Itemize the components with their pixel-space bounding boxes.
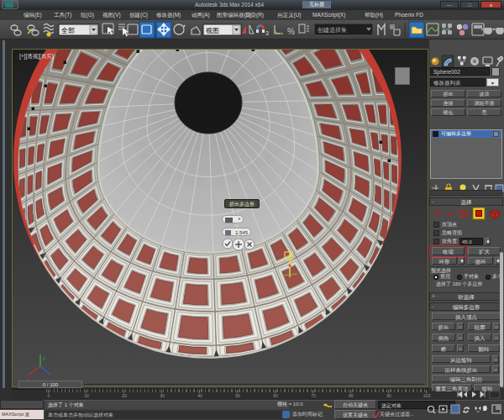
svg-text:视图: 视图 xyxy=(205,27,219,34)
svg-text:创建选择集: 创建选择集 xyxy=(318,27,347,34)
svg-text:全部: 全部 xyxy=(61,27,75,34)
svg-text:%: % xyxy=(287,27,295,36)
svg-text:y: y xyxy=(43,355,45,360)
svg-text:3: 3 xyxy=(265,30,269,36)
